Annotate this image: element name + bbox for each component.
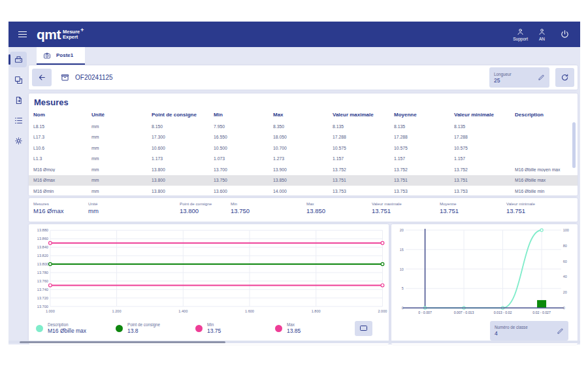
table-cell: 1.157	[394, 156, 454, 161]
table-cell: 10.700	[273, 146, 333, 150]
tab-bar: Poste1	[29, 47, 578, 65]
detail-field-value: 13.751	[372, 207, 440, 214]
table-cell: 8.135	[394, 124, 454, 129]
legend-label: Max	[287, 322, 301, 327]
pencil-icon[interactable]	[557, 328, 564, 335]
table-row[interactable]: M16 Ømaxmm13.80013.75013.85013.75113.751…	[29, 175, 578, 186]
legend-item[interactable]: Min13.75	[195, 322, 275, 334]
sidebar-item-settings[interactable]	[10, 133, 27, 148]
legend-dot	[275, 325, 282, 332]
legend-item[interactable]: Max13.85	[275, 322, 355, 334]
tab-poste1[interactable]: Poste1	[37, 47, 85, 65]
svg-text:13.880: 13.880	[37, 228, 48, 232]
table-row[interactable]: L17.3mm17.30016.55018.05017.28817.28817.…	[29, 132, 578, 143]
column-header[interactable]: Min	[214, 112, 273, 118]
account-user-label: AN	[539, 37, 545, 41]
sidebar-item-document-export[interactable]	[10, 92, 27, 108]
horizontal-scrollbar[interactable]	[8, 341, 580, 343]
legend-items: DescriptionM16 Øbille maxPoint de consig…	[36, 322, 355, 334]
table-cell: 8.135	[333, 124, 394, 129]
horizontal-scrollbar-thumb[interactable]	[20, 341, 225, 343]
support-user-button[interactable]: Support	[513, 27, 528, 41]
power-icon	[560, 29, 570, 39]
table-cell: L10.6	[33, 146, 91, 150]
logo-text: qmt	[37, 27, 61, 41]
column-header[interactable]: Valeur maximale	[333, 112, 394, 118]
svg-text:1.400: 1.400	[178, 309, 188, 313]
table-row[interactable]: M16 Øminmm13.80013.60014.00013.75313.753…	[29, 186, 578, 195]
detail-field-label: Max	[306, 201, 372, 206]
svg-text:13.800: 13.800	[37, 262, 48, 266]
back-button[interactable]	[32, 69, 52, 86]
gear-icon	[14, 136, 24, 146]
table-cell: 13.752	[454, 167, 515, 172]
table-cell: mm	[91, 156, 152, 161]
table-row[interactable]: L10.6mm10.60010.50010.70010.57510.57510.…	[29, 143, 578, 154]
table-cell: 13.900	[273, 167, 333, 172]
svg-text:13.740: 13.740	[37, 288, 48, 292]
column-header[interactable]: Valeur minimale	[454, 112, 515, 118]
column-header[interactable]: Description	[515, 112, 578, 118]
table-row[interactable]: L8.15mm8.1507.9508.3508.1358.1358.135	[29, 121, 578, 132]
table-cell: 1.273	[273, 156, 333, 161]
svg-text:100: 100	[563, 228, 569, 232]
detail-field: Max13.850	[306, 201, 372, 222]
account-user-button[interactable]: AN	[538, 27, 546, 41]
chart-legend: DescriptionM16 Øbille maxPoint de consig…	[31, 315, 387, 343]
detail-field-label: Mesures	[33, 201, 88, 206]
svg-text:13.780: 13.780	[37, 271, 48, 275]
table-cell: M16 Øbille max	[515, 178, 578, 182]
logout-button[interactable]	[558, 28, 571, 41]
table-cell: 14.000	[273, 189, 333, 193]
svg-text:13.720: 13.720	[37, 296, 48, 300]
table-cell: 13.751	[454, 178, 515, 182]
order-box-icon	[61, 73, 69, 82]
table-scrollbar[interactable]	[572, 122, 576, 168]
column-header[interactable]: Nom	[33, 112, 91, 118]
detail-field-label: Point de consigne	[180, 201, 231, 206]
detail-field-value: 13.850	[306, 207, 372, 214]
detail-field-value: 13.751	[506, 207, 578, 214]
detail-field-value: mm	[88, 207, 180, 214]
sidebar-item-measure-list[interactable]	[10, 112, 27, 128]
column-header[interactable]: Point de consigne	[152, 112, 214, 118]
sidebar-item-fixtures[interactable]	[10, 72, 27, 88]
column-header[interactable]: Unité	[91, 112, 152, 118]
column-header[interactable]: Max	[273, 112, 333, 118]
table-cell: 7.950	[214, 124, 273, 129]
length-field[interactable]: Longueur 25	[489, 67, 549, 88]
table-cell: 13.752	[333, 167, 394, 172]
table-cell: mm	[91, 124, 152, 129]
hamburger-icon	[18, 31, 27, 37]
legend-item[interactable]: DescriptionM16 Øbille max	[36, 322, 116, 334]
table-cell: 13.752	[394, 167, 454, 172]
menu-button[interactable]	[14, 26, 31, 43]
sidebar-item-measuring-machine[interactable]	[10, 52, 27, 67]
refresh-button[interactable]	[555, 68, 574, 87]
legend-texts: Max13.85	[287, 322, 301, 334]
legend-item[interactable]: Point de consigne13.8	[116, 322, 195, 334]
svg-text:2.000: 2.000	[378, 309, 387, 313]
column-header[interactable]: Moyenne	[394, 112, 454, 118]
list-icon	[14, 116, 24, 126]
svg-text:13.860: 13.860	[37, 237, 48, 241]
expand-chart-button[interactable]	[355, 321, 372, 336]
table-row[interactable]: M16 Ømoymm13.80013.70013.90013.75213.752…	[29, 164, 578, 175]
svg-text:1.800: 1.800	[312, 309, 321, 313]
legend-label: Point de consigne	[127, 322, 160, 327]
table-cell: L8.15	[33, 124, 91, 129]
detail-field-value: 13.800	[180, 207, 231, 214]
table-cell: 13.753	[454, 189, 515, 193]
table-body: L8.15mm8.1507.9508.3508.1358.1358.135L17…	[29, 121, 578, 195]
table-cell: M16 Ømoy	[33, 167, 91, 172]
document-export-icon	[14, 95, 24, 105]
table-cell: 13.600	[214, 189, 273, 193]
table-row[interactable]: L1.3mm1.1731.0731.2731.1571.1571.157	[29, 154, 578, 165]
svg-text:0.02 - 0.027: 0.02 - 0.027	[533, 311, 551, 314]
detail-field: MesuresM16 Ømax	[33, 201, 88, 222]
svg-text:1.000: 1.000	[46, 309, 55, 313]
class-count-field[interactable]: Numéro de classe 4	[490, 321, 568, 341]
pencil-icon[interactable]	[538, 74, 545, 81]
app-header: qmt Mesure+ Expert Support AN	[8, 22, 580, 47]
support-user-label: Support	[513, 37, 528, 41]
